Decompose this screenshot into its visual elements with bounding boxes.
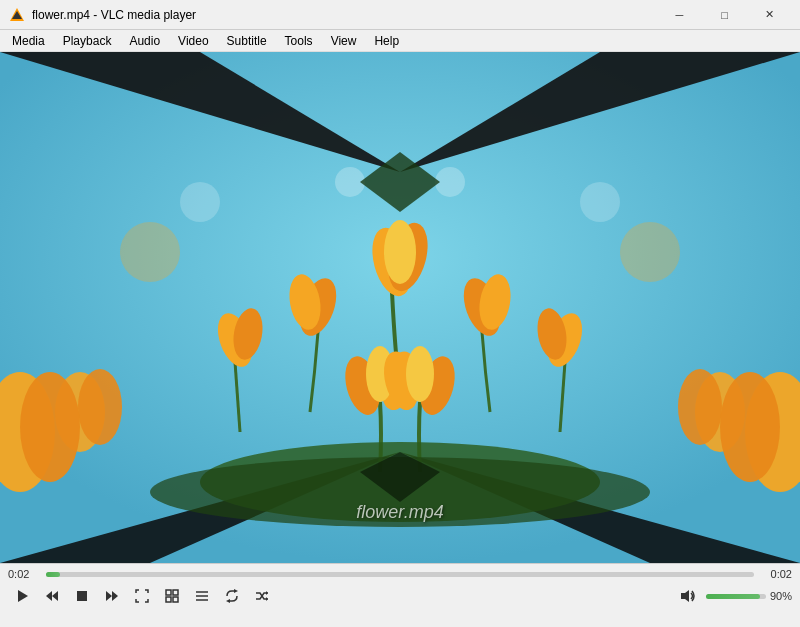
title-controls: ─ □ ✕ [657, 0, 792, 30]
svg-point-28 [78, 369, 122, 445]
prev-button[interactable] [38, 584, 66, 608]
menu-view[interactable]: View [323, 30, 365, 52]
svg-marker-45 [52, 591, 58, 601]
left-controls [8, 584, 276, 608]
menu-help[interactable]: Help [366, 30, 407, 52]
svg-marker-44 [46, 591, 52, 601]
svg-marker-57 [226, 599, 230, 603]
vlc-icon [8, 6, 26, 24]
svg-marker-47 [106, 591, 112, 601]
svg-marker-60 [681, 590, 689, 602]
control-buttons: 90% [8, 584, 792, 608]
menu-video[interactable]: Video [170, 30, 216, 52]
loop-button[interactable] [218, 584, 246, 608]
svg-rect-2 [12, 19, 22, 21]
menu-playback[interactable]: Playback [55, 30, 120, 52]
svg-point-34 [580, 182, 620, 222]
time-current: 0:02 [8, 568, 40, 580]
extended-icon [165, 589, 179, 603]
minimize-button[interactable]: ─ [657, 0, 702, 30]
close-button[interactable]: ✕ [747, 0, 792, 30]
svg-point-32 [620, 222, 680, 282]
video-canvas: flower.mp4 [0, 52, 800, 563]
loop-icon [225, 589, 239, 603]
title-text: flower.mp4 - VLC media player [32, 8, 196, 22]
progress-fill [46, 572, 60, 577]
extended-button[interactable] [158, 584, 186, 608]
next-icon [105, 589, 119, 603]
flowers-svg [0, 52, 800, 563]
volume-button[interactable] [674, 584, 702, 608]
svg-point-38 [20, 372, 80, 482]
title-left: flower.mp4 - VLC media player [8, 6, 196, 24]
volume-area: 90% [706, 590, 792, 602]
progress-container: 0:02 0:02 [8, 568, 792, 580]
svg-marker-59 [266, 591, 268, 595]
maximize-button[interactable]: □ [702, 0, 747, 30]
svg-point-24 [406, 346, 434, 402]
svg-rect-49 [166, 590, 171, 595]
svg-rect-52 [173, 597, 178, 602]
svg-marker-56 [234, 589, 238, 593]
time-total: 0:02 [760, 568, 792, 580]
stop-button[interactable] [68, 584, 96, 608]
svg-rect-50 [173, 590, 178, 595]
right-controls: 90% [674, 584, 792, 608]
volume-bar[interactable] [706, 594, 766, 599]
svg-rect-46 [77, 591, 87, 601]
next-button[interactable] [98, 584, 126, 608]
prev-icon [45, 589, 59, 603]
menu-tools[interactable]: Tools [277, 30, 321, 52]
svg-point-40 [720, 372, 780, 482]
svg-marker-48 [112, 591, 118, 601]
menu-bar: Media Playback Audio Video Subtitle Tool… [0, 30, 800, 52]
playlist-icon [195, 589, 209, 603]
svg-marker-43 [18, 590, 28, 602]
playlist-button[interactable] [188, 584, 216, 608]
svg-point-33 [180, 182, 220, 222]
title-bar: flower.mp4 - VLC media player ─ □ ✕ [0, 0, 800, 30]
play-button[interactable] [8, 584, 36, 608]
video-area[interactable]: flower.mp4 [0, 52, 800, 563]
controls-area: 0:02 0:02 [0, 563, 800, 627]
volume-icon [680, 589, 696, 603]
svg-point-10 [384, 220, 416, 284]
random-button[interactable] [248, 584, 276, 608]
svg-point-31 [120, 222, 180, 282]
stop-icon [76, 590, 88, 602]
svg-point-30 [678, 369, 722, 445]
volume-label: 90% [770, 590, 792, 602]
random-icon [255, 589, 269, 603]
volume-fill [706, 594, 760, 599]
fullscreen-button[interactable] [128, 584, 156, 608]
svg-marker-58 [266, 597, 268, 601]
progress-bar[interactable] [46, 572, 754, 577]
play-icon [15, 589, 29, 603]
menu-audio[interactable]: Audio [121, 30, 168, 52]
svg-rect-51 [166, 597, 171, 602]
fullscreen-icon [135, 589, 149, 603]
menu-media[interactable]: Media [4, 30, 53, 52]
menu-subtitle[interactable]: Subtitle [219, 30, 275, 52]
